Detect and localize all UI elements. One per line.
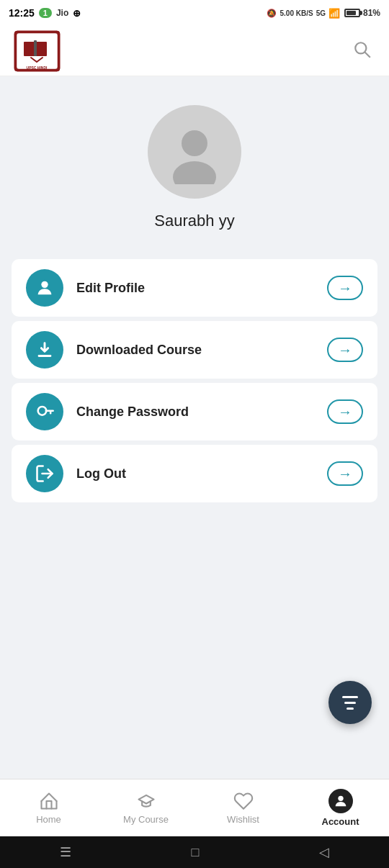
profile-section: Saurabh yy	[0, 76, 389, 252]
heart-icon	[233, 791, 254, 811]
log-out-item[interactable]: Log Out →	[12, 445, 377, 502]
log-out-arrow: →	[327, 461, 363, 486]
download-icon-circle	[26, 331, 63, 369]
header: UPSC HINDI	[0, 26, 389, 76]
menu-section: Edit Profile → Downloaded Course → Chang…	[0, 252, 389, 511]
account-person-icon	[333, 793, 349, 809]
user-name: Saurabh yy	[154, 212, 234, 230]
mute-icon: 🔕	[267, 9, 277, 18]
svg-text:UPSC HINDI: UPSC HINDI	[26, 65, 48, 70]
change-password-item[interactable]: Change Password →	[12, 383, 377, 440]
svg-rect-2	[24, 42, 35, 56]
nav-item-my-course[interactable]: My Course	[97, 779, 194, 836]
edit-profile-label: Edit Profile	[76, 281, 314, 296]
location-icon: ⊕	[73, 8, 81, 19]
account-label: Account	[322, 816, 359, 827]
battery-icon	[344, 9, 360, 17]
svg-line-7	[365, 52, 370, 58]
log-out-label: Log Out	[76, 466, 314, 482]
edit-profile-arrow: →	[327, 276, 363, 300]
downloaded-course-arrow: →	[327, 338, 363, 362]
status-time: 12:25	[9, 7, 35, 19]
carrier-label: Jio	[56, 8, 68, 18]
my-course-label: My Course	[123, 814, 169, 825]
android-back-btn[interactable]: ◁	[319, 844, 329, 860]
svg-point-9	[173, 161, 216, 184]
arrow-icon: →	[338, 343, 352, 357]
home-icon	[39, 791, 59, 811]
edit-profile-icon-circle	[26, 269, 63, 307]
filter-fab[interactable]	[328, 681, 372, 724]
network-label: 5G	[316, 9, 326, 17]
svg-rect-11	[38, 355, 52, 357]
svg-point-6	[355, 42, 366, 53]
signal-icon: 📶	[328, 8, 340, 19]
svg-point-14	[338, 796, 343, 801]
status-bar: 12:25 1 Jio ⊕ 🔕 5.00 KB/S 5G 📶 81%	[0, 0, 389, 26]
speed-label: 5.00 KB/S	[280, 9, 313, 17]
downloaded-course-label: Downloaded Course	[76, 343, 314, 358]
svg-rect-4	[34, 40, 37, 56]
download-icon	[35, 340, 55, 360]
account-avatar-circle	[328, 789, 353, 813]
nav-item-account[interactable]: Account	[292, 779, 389, 836]
search-icon	[353, 40, 372, 59]
person-icon	[35, 278, 55, 298]
status-left: 12:25 1 Jio ⊕	[9, 7, 81, 19]
logo-container: UPSC HINDI	[12, 30, 62, 73]
notification-badge: 1	[39, 8, 52, 18]
change-password-label: Change Password	[76, 404, 314, 420]
svg-point-10	[41, 281, 48, 288]
change-password-arrow: →	[327, 399, 363, 424]
android-home-btn[interactable]: □	[192, 845, 200, 860]
app-logo: UPSC HINDI	[14, 30, 61, 72]
status-right: 🔕 5.00 KB/S 5G 📶 81%	[267, 8, 380, 19]
arrow-icon: →	[338, 404, 352, 419]
arrow-icon: →	[338, 281, 352, 295]
password-icon-circle	[26, 393, 63, 430]
android-menu-btn[interactable]: ☰	[60, 844, 71, 860]
avatar	[148, 105, 241, 199]
avatar-silhouette	[162, 119, 227, 184]
key-icon	[35, 402, 55, 422]
arrow-icon: →	[338, 466, 352, 481]
home-label: Home	[36, 814, 61, 825]
nav-item-home[interactable]: Home	[0, 779, 97, 836]
battery-label: 81%	[363, 8, 380, 18]
search-button[interactable]	[347, 35, 377, 67]
filter-icon	[342, 696, 358, 710]
downloaded-course-item[interactable]: Downloaded Course →	[12, 321, 377, 379]
bottom-nav: Home My Course Wishlist Account	[0, 779, 389, 836]
edit-profile-item[interactable]: Edit Profile →	[12, 259, 377, 317]
nav-item-wishlist[interactable]: Wishlist	[194, 779, 292, 836]
android-nav-bar: ☰ □ ◁	[0, 836, 389, 868]
graduation-icon	[136, 791, 156, 811]
logout-icon-circle	[26, 455, 63, 492]
svg-point-8	[182, 130, 207, 156]
svg-rect-3	[35, 42, 47, 56]
logout-icon	[35, 464, 55, 484]
wishlist-label: Wishlist	[227, 814, 259, 825]
